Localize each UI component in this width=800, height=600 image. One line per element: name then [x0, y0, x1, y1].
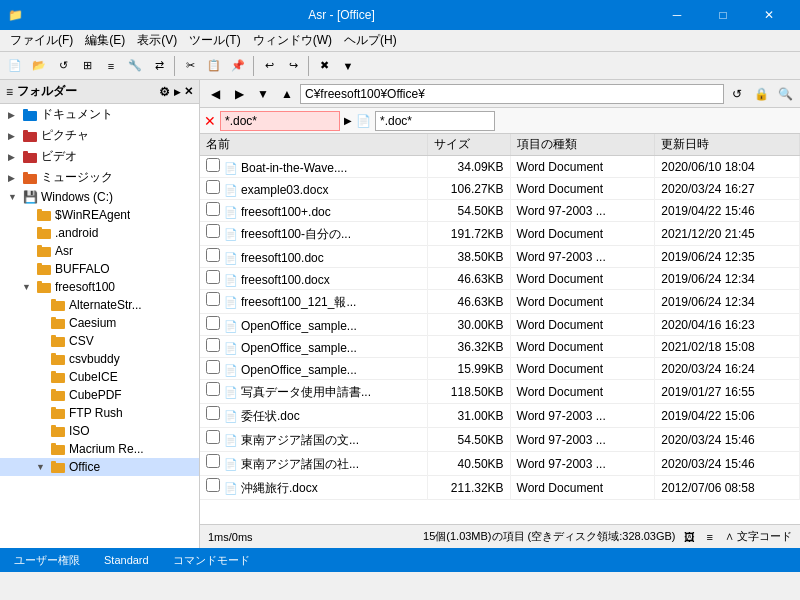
file-checkbox[interactable] — [206, 180, 220, 194]
tb-list[interactable]: ≡ — [100, 55, 122, 77]
file-type-cell: Word 97-2003 ... — [510, 428, 655, 452]
menu-window[interactable]: ウィンドウ(W) — [247, 30, 338, 51]
table-row[interactable]: 📄OpenOffice_sample...36.32KBWord Documen… — [200, 336, 800, 358]
file-checkbox[interactable] — [206, 224, 220, 238]
nav-forward-button[interactable]: ▶ — [228, 83, 250, 105]
view-icon-1[interactable]: 🖼 — [684, 531, 695, 543]
tb-compare[interactable]: ⇄ — [148, 55, 170, 77]
tree-item-------[interactable]: ▶ ドキュメント — [0, 104, 199, 125]
settings-icon[interactable]: ⚙ — [159, 85, 170, 99]
tree-item-CubePDF[interactable]: CubePDF — [0, 386, 199, 404]
file-checkbox[interactable] — [206, 248, 220, 262]
close-button[interactable]: ✕ — [746, 0, 792, 30]
tree-item-AlternateStr---[interactable]: AlternateStr... — [0, 296, 199, 314]
tree-item-ISO[interactable]: ISO — [0, 422, 199, 440]
tb-open[interactable]: 📂 — [28, 55, 50, 77]
table-row[interactable]: 📄example03.docx106.27KBWord Document2020… — [200, 178, 800, 200]
nav-dropdown-button[interactable]: ▼ — [252, 83, 274, 105]
tree-item----[interactable]: ▶ ビデオ — [0, 146, 199, 167]
tb-dropdown[interactable]: ▼ — [337, 55, 359, 77]
tree-item-------[interactable]: ▶ ミュージック — [0, 167, 199, 188]
tb-undo[interactable]: ↩ — [258, 55, 280, 77]
encoding-button[interactable]: ∧ 文字コード — [725, 529, 792, 544]
tree-item-freesoft100[interactable]: ▼ freesoft100 — [0, 278, 199, 296]
svg-rect-11 — [23, 172, 28, 175]
table-row[interactable]: 📄写真データ使用申請書...118.50KBWord Document2019/… — [200, 380, 800, 404]
table-row[interactable]: 📄東南アジア諸国の文...54.50KBWord 97-2003 ...2020… — [200, 428, 800, 452]
tree-item-Caesium[interactable]: Caesium — [0, 314, 199, 332]
maximize-button[interactable]: □ — [700, 0, 746, 30]
tree-item-label: FTP Rush — [69, 406, 123, 420]
file-checkbox[interactable] — [206, 158, 220, 172]
col-name[interactable]: 名前 — [200, 134, 427, 156]
tb-delete[interactable]: ✖ — [313, 55, 335, 77]
table-row[interactable]: 📄OpenOffice_sample...15.99KBWord Documen… — [200, 358, 800, 380]
table-row[interactable]: 📄Boat-in-the-Wave....34.09KBWord Documen… — [200, 156, 800, 178]
minimize-button[interactable]: ─ — [654, 0, 700, 30]
tree-item-----[interactable]: ▶ ピクチャ — [0, 125, 199, 146]
menu-edit[interactable]: 編集(E) — [79, 30, 131, 51]
menu-tools[interactable]: ツール(T) — [183, 30, 246, 51]
tree-item-BUFFALO[interactable]: BUFFALO — [0, 260, 199, 278]
nav-up-button[interactable]: ▲ — [276, 83, 298, 105]
tb-wrench[interactable]: 🔧 — [124, 55, 146, 77]
file-checkbox[interactable] — [206, 406, 220, 420]
tree-item-CubeICE[interactable]: CubeICE — [0, 368, 199, 386]
menu-file[interactable]: ファイル(F) — [4, 30, 79, 51]
view-icon-2[interactable]: ≡ — [707, 531, 713, 543]
pin-icon[interactable]: ▸ — [174, 85, 180, 99]
file-checkbox[interactable] — [206, 382, 220, 396]
table-row[interactable]: 📄委任状.doc31.00KBWord 97-2003 ...2019/04/2… — [200, 404, 800, 428]
nav-back-button[interactable]: ◀ — [204, 83, 226, 105]
file-size-cell: 46.63KB — [427, 268, 510, 290]
table-row[interactable]: 📄freesoft100_121_報...46.63KBWord Documen… — [200, 290, 800, 314]
table-row[interactable]: 📄沖縄旅行.docx211.32KBWord Document2012/07/0… — [200, 476, 800, 500]
table-row[interactable]: 📄freesoft100-自分の...191.72KBWord Document… — [200, 222, 800, 246]
search-close-icon[interactable]: ✕ — [204, 113, 216, 129]
file-doc-icon: 📄 — [224, 228, 238, 240]
tb-refresh[interactable]: ↺ — [52, 55, 74, 77]
table-row[interactable]: 📄freesoft100.doc38.50KBWord 97-2003 ...2… — [200, 246, 800, 268]
tb-paste[interactable]: 📌 — [227, 55, 249, 77]
file-checkbox[interactable] — [206, 454, 220, 468]
tb-cut[interactable]: ✂ — [179, 55, 201, 77]
tree-item--android[interactable]: .android — [0, 224, 199, 242]
tree-item-CSV[interactable]: CSV — [0, 332, 199, 350]
nav-refresh-button[interactable]: ↺ — [726, 83, 748, 105]
file-checkbox[interactable] — [206, 316, 220, 330]
tree-item--WinREAgent[interactable]: $WinREAgent — [0, 206, 199, 224]
tb-copy[interactable]: 📋 — [203, 55, 225, 77]
menu-help[interactable]: ヘルプ(H) — [338, 30, 403, 51]
table-row[interactable]: 📄freesoft100+.doc54.50KBWord 97-2003 ...… — [200, 200, 800, 222]
search-filter-2[interactable] — [375, 111, 495, 131]
nav-lock-button[interactable]: 🔒 — [750, 83, 772, 105]
search-filter-1[interactable] — [220, 111, 340, 131]
tree-item-Office[interactable]: ▼ Office — [0, 458, 199, 476]
file-checkbox[interactable] — [206, 202, 220, 216]
tb-redo[interactable]: ↪ — [282, 55, 304, 77]
table-row[interactable]: 📄OpenOffice_sample...30.00KBWord Documen… — [200, 314, 800, 336]
path-input[interactable] — [300, 84, 724, 104]
tree-item-FTP-Rush[interactable]: FTP Rush — [0, 404, 199, 422]
file-checkbox[interactable] — [206, 360, 220, 374]
table-row[interactable]: 📄freesoft100.docx46.63KBWord Document201… — [200, 268, 800, 290]
tree-item-Asr[interactable]: Asr — [0, 242, 199, 260]
file-checkbox[interactable] — [206, 478, 220, 492]
svg-rect-44 — [51, 389, 56, 392]
col-size[interactable]: サイズ — [427, 134, 510, 156]
col-date[interactable]: 更新日時 — [655, 134, 800, 156]
tree-item-Macrium-Re---[interactable]: Macrium Re... — [0, 440, 199, 458]
col-type[interactable]: 項目の種類 — [510, 134, 655, 156]
file-checkbox[interactable] — [206, 338, 220, 352]
file-checkbox[interactable] — [206, 270, 220, 284]
nav-search-button[interactable]: 🔍 — [774, 83, 796, 105]
file-checkbox[interactable] — [206, 292, 220, 306]
file-checkbox[interactable] — [206, 430, 220, 444]
table-row[interactable]: 📄東南アジア諸国の社...40.50KBWord 97-2003 ...2020… — [200, 452, 800, 476]
tree-item-Windows--C--[interactable]: ▼💾Windows (C:) — [0, 188, 199, 206]
panel-close-icon[interactable]: ✕ — [184, 85, 193, 98]
tree-item-csvbuddy[interactable]: csvbuddy — [0, 350, 199, 368]
tb-new[interactable]: 📄 — [4, 55, 26, 77]
tb-grid[interactable]: ⊞ — [76, 55, 98, 77]
menu-view[interactable]: 表示(V) — [131, 30, 183, 51]
